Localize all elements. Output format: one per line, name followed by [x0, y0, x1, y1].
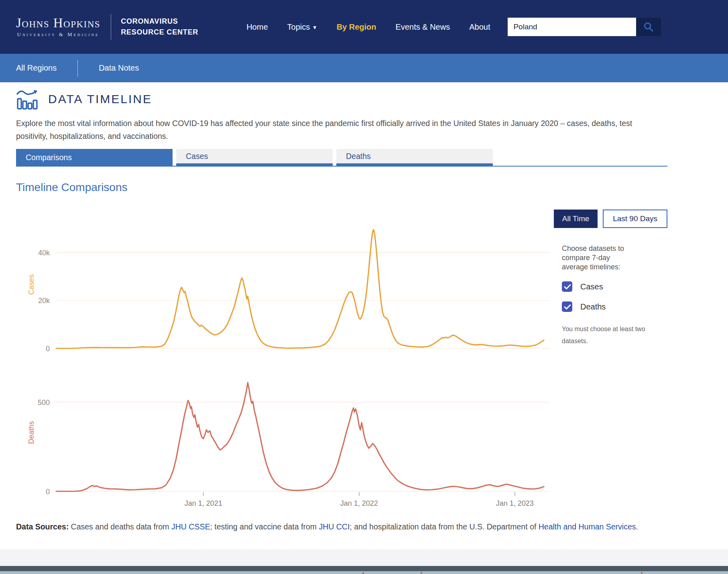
dataset-picker-note: You must choose at least two datasets. [562, 323, 646, 347]
section-title: Timeline Comparisons [16, 181, 712, 194]
data-source-link[interactable]: Health and Human Services [539, 522, 636, 531]
y-tick-label: 0 [46, 488, 50, 496]
y-axis-label: Cases [27, 274, 35, 295]
data-sources: Data Sources: Cases and deaths data from… [16, 520, 654, 533]
main-content: DATA TIMELINE Explore the most vital inf… [0, 82, 728, 533]
chevron-down-icon: ▼ [312, 24, 317, 31]
data-source-link[interactable]: JHU CCI [319, 522, 350, 531]
time-range-buttons: All Time Last 90 Days [554, 210, 667, 228]
nav-item-home[interactable]: Home [246, 22, 268, 32]
region-subnav: All Regions Data Notes [0, 54, 728, 82]
page: Johns Hopkins University & Medicine CORO… [0, 0, 728, 574]
y-tick-label: 40k [38, 249, 50, 257]
nav-item-about[interactable]: About [469, 22, 490, 32]
data-source-text: ; testing and vaccine data from [210, 522, 319, 531]
search-button[interactable] [636, 18, 661, 36]
y-axis-label: Deaths [27, 421, 35, 444]
search-input[interactable] [508, 18, 636, 36]
header: Johns Hopkins University & Medicine CORO… [0, 0, 728, 54]
logo-divider [111, 14, 111, 40]
dataset-picker-prompt: Choose datasets to compare 7-day average… [562, 244, 638, 272]
tab-deaths[interactable]: Deaths [336, 149, 493, 166]
tab-cases[interactable]: Cases [176, 149, 333, 166]
y-tick-label: 0 [46, 345, 50, 353]
footer-map-strip [0, 571, 728, 574]
deaths-line-chart[interactable]: 0500DeathsJan 1, 2021Jan 1, 2022Jan 1, 2… [16, 364, 554, 509]
subnav-divider [77, 60, 78, 77]
nav-item-events-news[interactable]: Events & News [396, 22, 450, 32]
charts-column: 020k40kCases 0500DeathsJan 1, 2021Jan 1,… [16, 204, 554, 509]
data-source-text: Cases and deaths data from [71, 522, 171, 531]
data-sources-label: Data Sources: [16, 522, 69, 531]
all-time-button[interactable]: All Time [554, 210, 598, 228]
x-tick-label: Jan 1, 2023 [496, 499, 534, 507]
tabs: Comparisons Cases Deaths [16, 149, 667, 167]
subnav-all-regions[interactable]: All Regions [16, 63, 57, 73]
nav-item-topics[interactable]: Topics ▼ [287, 22, 317, 32]
nav-item-by-region[interactable]: By Region [337, 22, 376, 32]
footer-top-bar [0, 566, 728, 571]
page-title-row: DATA TIMELINE [16, 88, 712, 110]
brand-line1: CORONAVIRUS [121, 16, 198, 27]
chart-section: 020k40kCases 0500DeathsJan 1, 2021Jan 1,… [16, 204, 712, 509]
jhu-logo-division: University & Medicine [16, 31, 100, 38]
jhu-logo[interactable]: Johns Hopkins University & Medicine CORO… [16, 14, 198, 40]
y-tick-label: 500 [38, 399, 50, 407]
deaths-timeline-line[interactable] [56, 383, 544, 491]
dataset-picker: Choose datasets to compare 7-day average… [554, 244, 667, 347]
data-source-text: ; and hospitalization data from the U.S.… [350, 522, 538, 531]
deaths-checkbox[interactable] [562, 301, 572, 312]
site-search [508, 18, 661, 36]
cases-checkbox[interactable] [562, 281, 572, 292]
page-title: DATA TIMELINE [48, 92, 152, 106]
footer-spacer [0, 549, 728, 566]
search-icon [643, 21, 654, 33]
data-source-text: . [636, 522, 638, 531]
x-tick-label: Jan 1, 2022 [340, 499, 378, 507]
dataset-option-cases[interactable]: Cases [562, 281, 667, 292]
map-dot [362, 572, 364, 574]
bar-chart-trend-icon [16, 88, 39, 110]
last-90-days-button[interactable]: Last 90 Days [603, 210, 667, 228]
data-source-link[interactable]: JHU CSSE [171, 522, 210, 531]
cases-line-chart[interactable]: 020k40kCases [16, 214, 554, 355]
tab-comparisons[interactable]: Comparisons [16, 149, 173, 166]
intro-text: Explore the most vital information about… [16, 117, 654, 142]
chart-controls: All Time Last 90 Days Choose datasets to… [554, 204, 667, 509]
y-tick-label: 20k [38, 297, 50, 305]
brand-line2: RESOURCE CENTER [121, 27, 198, 38]
x-tick-label: Jan 1, 2021 [185, 499, 222, 507]
cases-timeline-line[interactable] [56, 230, 544, 348]
main-nav: Home Topics ▼ By Region Events & News Ab… [246, 22, 490, 32]
dataset-option-deaths[interactable]: Deaths [562, 301, 667, 312]
map-dot [421, 572, 422, 574]
jhu-logo-institution: Johns Hopkins [16, 16, 100, 30]
subnav-data-notes[interactable]: Data Notes [99, 63, 139, 73]
map-dot [641, 572, 643, 574]
